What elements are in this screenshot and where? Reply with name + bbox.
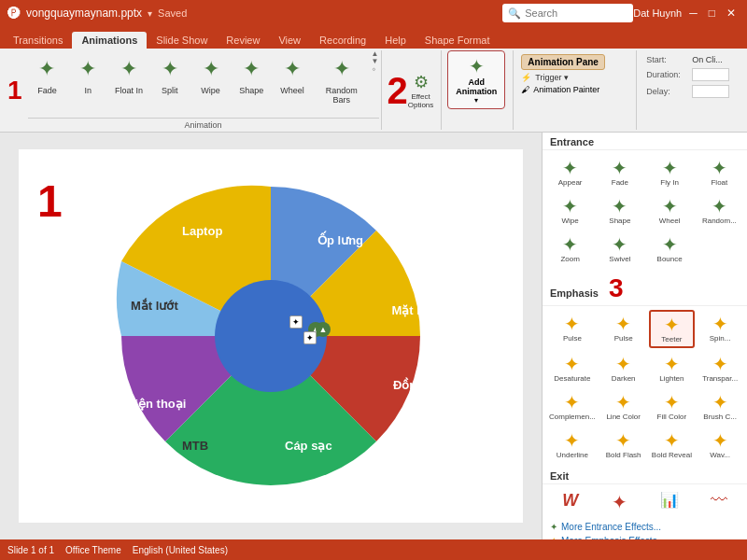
scroll-more[interactable]: ⬦ (372, 65, 379, 73)
duration-input[interactable] (692, 68, 729, 81)
effect-options-icon: ⚙ (414, 72, 429, 92)
entrance-swivel[interactable]: ✦ Swivel (596, 231, 643, 267)
add-animation-label: Add Animation (456, 77, 497, 96)
emphasis-teeter[interactable]: ✦ Teeter (649, 310, 696, 348)
search-input[interactable] (525, 7, 627, 19)
more-emphasis-effects[interactable]: ✦ More Emphasis Effects... (543, 534, 747, 539)
complement-icon: ✦ (564, 391, 580, 413)
animation-group-label: Animation (28, 118, 379, 130)
anim-wheel[interactable]: ✦ Wheel (273, 50, 312, 97)
more-entrance-label: More Entrance Effects... (561, 522, 661, 532)
complement-label: Complemen... (549, 413, 596, 422)
bounce-panel-label: Bounce (657, 256, 683, 264)
close-button[interactable]: ✕ (723, 7, 740, 20)
tab-transitions[interactable]: Transitions (4, 32, 72, 49)
shape-icon: ✦ (234, 52, 268, 86)
anim-marker-2: ✦ (303, 331, 317, 344)
more-entrance-icon: ✦ (550, 522, 557, 532)
floatin-icon: ✦ (112, 52, 146, 86)
entrance-wipe[interactable]: ✦ Wipe (546, 192, 594, 229)
emphasis-boldreveal[interactable]: ✦ Bold Reveal (649, 427, 696, 463)
tab-shape-format[interactable]: Shape Format (416, 32, 500, 49)
anim-fade[interactable]: ✦ Fade (28, 50, 67, 97)
exit-3[interactable]: 📊 (646, 488, 694, 516)
entrance-shape[interactable]: ✦ Shape (596, 192, 643, 229)
anim-split[interactable]: ✦ Split (150, 50, 190, 97)
anim-marker-1: ✦ (289, 315, 303, 329)
label-oplug: Ốp lưng (317, 233, 363, 247)
entrance-float[interactable]: ✦ Float (696, 154, 743, 190)
boldflash-icon: ✦ (615, 429, 631, 452)
emphasis-darken[interactable]: ✦ Darken (600, 350, 647, 386)
anim-floatin[interactable]: ✦ Float In (109, 50, 148, 97)
emphasis-complement[interactable]: ✦ Complemen... (546, 388, 599, 425)
exit4-icon: 〰 (711, 491, 727, 511)
right-panel: Entrance ✦ Appear ✦ Fade ✦ Fly In ✦ Floa… (542, 133, 747, 539)
underline-label: Underline (557, 452, 588, 460)
exit-2[interactable]: ✦ (596, 488, 643, 516)
add-animation-button[interactable]: ✦ Add Animation ▾ (447, 50, 505, 109)
emphasis-fillcolor[interactable]: ✦ Fill Color (649, 388, 696, 425)
emphasis-underline[interactable]: ✦ Underline (546, 427, 599, 463)
effect-options-btn[interactable]: ⚙ EffectOptions (408, 72, 434, 109)
wheel-icon: ✦ (275, 52, 309, 86)
title-bar-left: 🅟 vongquaymaynam.pptx ▾ Saved (7, 6, 502, 21)
desaturate-icon: ✦ (564, 353, 580, 375)
random-panel-label: Random... (702, 217, 737, 226)
entrance-zoom[interactable]: ✦ Zoom (546, 231, 594, 267)
animation-pane-button[interactable]: Animation Pane (521, 54, 605, 70)
emphasis-transparent[interactable]: ✦ Transpar... (697, 350, 743, 386)
entrance-flyin[interactable]: ✦ Fly In (646, 154, 694, 190)
entrance-wheel[interactable]: ✦ Wheel (646, 192, 694, 229)
exit1-icon: W (562, 491, 578, 511)
boldreveal-label: Bold Reveal (652, 452, 692, 460)
entrance-appear[interactable]: ✦ Appear (546, 154, 594, 190)
entrance-bounce[interactable]: ✦ Bounce (646, 231, 694, 267)
fillcolor-icon: ✦ (664, 391, 680, 413)
tab-review[interactable]: Review (217, 32, 269, 49)
search-box[interactable]: 🔍 (502, 4, 633, 22)
emphasis-wave[interactable]: ✦ Wav... (697, 427, 743, 463)
emphasis-pulse2[interactable]: ✦ Pulse (600, 310, 647, 348)
language-info: English (United States) (133, 545, 228, 555)
exit-1[interactable]: W (546, 488, 594, 516)
tab-view[interactable]: View (269, 32, 310, 49)
emphasis-brushcolor[interactable]: ✦ Brush C... (697, 388, 743, 425)
tab-recording[interactable]: Recording (310, 32, 375, 49)
emphasis-desaturate[interactable]: ✦ Desaturate (546, 350, 599, 386)
anim-appear[interactable]: ✦ In (68, 50, 107, 97)
anim-wipe[interactable]: ✦ Wipe (191, 50, 231, 97)
tab-animations[interactable]: Animations (72, 32, 147, 49)
exit-4[interactable]: 〰 (696, 488, 743, 516)
emphasis-pulse1[interactable]: ✦ Pulse (546, 310, 599, 348)
more-entrance-effects[interactable]: ✦ More Entrance Effects... (543, 520, 747, 534)
add-animation-icon: ✦ (469, 55, 485, 77)
entrance-random[interactable]: ✦ Random... (696, 192, 743, 229)
trigger-button[interactable]: Trigger ▾ (535, 73, 569, 82)
anim-randombars[interactable]: ✦ Random Bars (314, 50, 370, 106)
label-dong: Đồng... (393, 378, 434, 392)
entrance-fade[interactable]: ✦ Fade (596, 154, 643, 190)
label-matb: Mặt b... (391, 303, 434, 317)
start-value: On Cli... (692, 55, 723, 64)
anim-shape[interactable]: ✦ Shape (232, 50, 271, 97)
emphasis-spin[interactable]: ✦ Spin... (697, 310, 743, 348)
delay-input[interactable] (692, 85, 729, 98)
duration-label: Duration: (646, 70, 688, 79)
maximize-button[interactable]: □ (705, 7, 719, 20)
emphasis-boldflash[interactable]: ✦ Bold Flash (600, 427, 647, 463)
fade-panel-icon: ✦ (612, 157, 627, 179)
zoom-panel-label: Zoom (560, 256, 579, 264)
emphasis-lighten[interactable]: ✦ Lighten (649, 350, 696, 386)
teeter-label: Teeter (661, 336, 682, 344)
animation-painter-button[interactable]: Animation Painter (533, 85, 599, 94)
emphasis-linecolor[interactable]: ✦ Line Color (600, 388, 647, 425)
tab-slideshow[interactable]: Slide Show (147, 32, 217, 49)
underline-icon: ✦ (564, 429, 580, 452)
linecolor-label: Line Color (606, 413, 640, 422)
anim-badge-2: ▲ (316, 322, 331, 337)
label-capsac: Cáp sạc (285, 439, 332, 453)
saved-text: Saved (158, 7, 187, 19)
tab-help[interactable]: Help (375, 32, 416, 49)
minimize-button[interactable]: ─ (685, 7, 701, 20)
